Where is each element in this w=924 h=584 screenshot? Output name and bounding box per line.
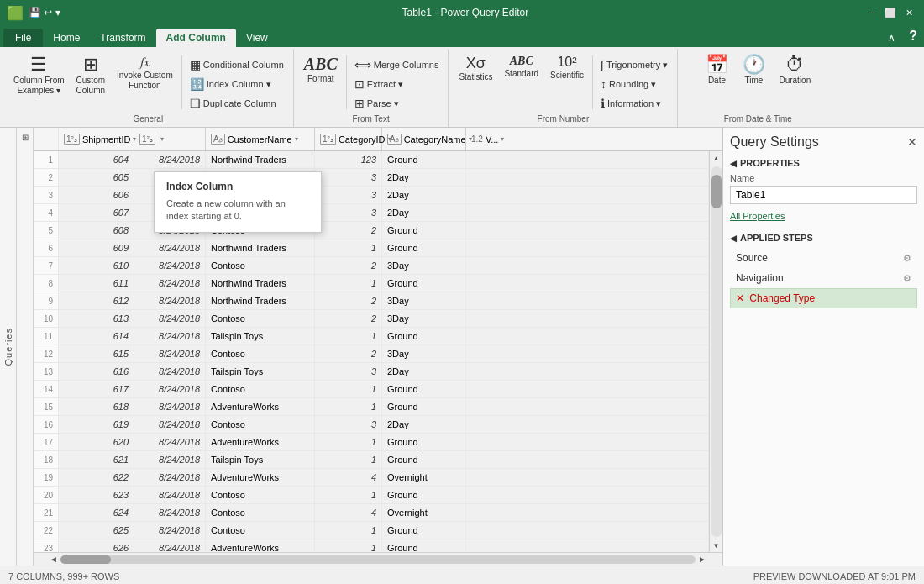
app-icon: 🟩 bbox=[7, 5, 24, 21]
table-row: 19 622 8/24/2018 AdventureWorks 4 Overni… bbox=[34, 469, 709, 487]
cell-date: 8/24/2018 bbox=[134, 539, 206, 552]
cell-date: 8/24/2018 bbox=[134, 345, 206, 362]
duplicate-column-button[interactable]: ❑ Duplicate Column bbox=[186, 94, 288, 113]
cell-shipmentid: 618 bbox=[59, 398, 134, 415]
cell-shipmentid: 604 bbox=[59, 151, 134, 168]
merge-columns-button[interactable]: ⟺ Merge Columns bbox=[350, 55, 444, 74]
statistics-button[interactable]: Xσ Statistics bbox=[454, 52, 497, 85]
error-icon: ✕ bbox=[736, 292, 744, 304]
cell-shipmentid: 619 bbox=[59, 416, 134, 433]
table-name-input[interactable] bbox=[730, 186, 917, 204]
scroll-right-button[interactable]: ► bbox=[696, 553, 709, 566]
cell-customer: Northwind Traders bbox=[206, 239, 315, 256]
customername-dropdown[interactable]: ▾ bbox=[295, 135, 298, 143]
date-type-icon: 1²₃ bbox=[139, 134, 155, 145]
trigonometry-button[interactable]: ∫ Trigonometry ▾ bbox=[596, 55, 672, 74]
information-button[interactable]: ℹ Information ▾ bbox=[596, 94, 672, 113]
cell-catname: 2Day bbox=[382, 363, 466, 380]
cell-catid: 2 bbox=[315, 310, 382, 327]
table-row: 21 624 8/24/2018 Contoso 4 Overnight bbox=[34, 504, 709, 522]
cell-catname: Ground bbox=[382, 151, 466, 168]
scientific-button[interactable]: 10² Scientific bbox=[545, 52, 589, 83]
all-properties-link[interactable]: All Properties bbox=[730, 211, 917, 221]
extract-button[interactable]: ⊡ Extract ▾ bbox=[350, 75, 444, 93]
tooltip-description: Create a new column with an index starti… bbox=[166, 197, 309, 224]
scroll-thumb[interactable] bbox=[711, 175, 722, 208]
properties-section-header[interactable]: ◀ PROPERTIES bbox=[730, 158, 917, 168]
applied-steps-header[interactable]: ◀ APPLIED STEPS bbox=[730, 233, 917, 243]
index-column-button[interactable]: 🔢 Index Column ▾ bbox=[186, 75, 288, 93]
cell-catid: 2 bbox=[315, 257, 382, 274]
restore-button[interactable]: ⬜ bbox=[882, 4, 899, 21]
cell-catid: 4 bbox=[315, 469, 382, 486]
step-navigation[interactable]: Navigation ⚙ bbox=[730, 268, 917, 288]
scroll-down-button[interactable]: ▼ bbox=[710, 539, 723, 552]
format-button[interactable]: ABC Format bbox=[299, 52, 343, 87]
scroll-left-button[interactable]: ◄ bbox=[47, 553, 60, 566]
vertical-scrollbar[interactable]: ▲ ▼ bbox=[709, 151, 722, 552]
cell-shipmentid: 624 bbox=[59, 504, 134, 521]
tab-home[interactable]: Home bbox=[43, 29, 90, 47]
cell-extra bbox=[466, 257, 709, 274]
minimize-button[interactable]: ─ bbox=[864, 4, 880, 21]
step-source[interactable]: Source ⚙ bbox=[730, 248, 917, 268]
standard-button[interactable]: ABC Standard bbox=[499, 52, 543, 82]
tab-view[interactable]: View bbox=[236, 29, 278, 47]
navigation-gear-icon[interactable]: ⚙ bbox=[903, 273, 911, 284]
extra-dropdown[interactable]: ▾ bbox=[501, 135, 504, 143]
rounding-button[interactable]: ↕ Rounding ▾ bbox=[596, 75, 672, 93]
cell-rownum: 1 bbox=[34, 151, 59, 168]
trigonometry-icon: ∫ bbox=[601, 58, 604, 71]
time-icon: 🕐 bbox=[743, 55, 765, 74]
cell-shipmentid: 620 bbox=[59, 434, 134, 450]
invoke-custom-function-button[interactable]: 𝑓𝑥 Invoke CustomFunction bbox=[112, 52, 178, 99]
time-button[interactable]: 🕐 Time bbox=[737, 52, 770, 88]
cell-catname: 3Day bbox=[382, 310, 466, 327]
invoke-function-icon: 𝑓𝑥 bbox=[140, 55, 150, 69]
custom-column-button[interactable]: ⊞ CustomColumn bbox=[71, 52, 110, 99]
source-gear-icon[interactable]: ⚙ bbox=[903, 253, 911, 264]
step-changed-type[interactable]: ✕ Changed Type bbox=[730, 288, 917, 308]
cell-shipmentid: 616 bbox=[59, 363, 134, 380]
col-header-extra[interactable]: 1.2 V... ▾ bbox=[466, 128, 722, 150]
cell-rownum: 11 bbox=[34, 328, 59, 345]
date-dropdown[interactable]: ▾ bbox=[160, 135, 164, 143]
scroll-up-button[interactable]: ▲ bbox=[710, 151, 723, 165]
parse-icon: ⊞ bbox=[354, 97, 365, 110]
query-settings-close-button[interactable]: ✕ bbox=[907, 135, 917, 149]
col-header-categoryname[interactable]: Aᵦ CategoryName ▾ bbox=[382, 128, 466, 150]
conditional-column-button[interactable]: ▦ Conditional Column bbox=[186, 55, 288, 74]
close-button[interactable]: ✕ bbox=[900, 4, 917, 21]
ribbon-group-fromtext: ABC Format ⟺ Merge Columns ⊡ Extract ▾ ⊞… bbox=[294, 49, 449, 127]
cell-catid: 3 bbox=[315, 169, 382, 186]
cell-extra bbox=[466, 328, 709, 345]
tab-file[interactable]: File bbox=[3, 29, 43, 47]
horizontal-scrollbar[interactable]: ◄ ► bbox=[34, 552, 722, 566]
cell-shipmentid: 608 bbox=[59, 222, 134, 239]
cell-date: 8/24/2018 bbox=[134, 257, 206, 274]
col-header-shipmentid[interactable]: 1²₃ ShipmentID ▾ bbox=[59, 128, 134, 150]
col-header-date[interactable]: 1²₃ ▾ bbox=[134, 128, 206, 150]
expand-icon[interactable]: ⊞ bbox=[22, 133, 29, 142]
cell-rownum: 10 bbox=[34, 310, 59, 327]
cell-extra bbox=[466, 398, 709, 415]
tab-transform[interactable]: Transform bbox=[90, 29, 155, 47]
column-from-examples-button[interactable]: ☰ Column FromExamples ▾ bbox=[8, 52, 70, 99]
cell-date: 8/24/2018 bbox=[134, 239, 206, 256]
tab-add-column[interactable]: Add Column bbox=[156, 29, 236, 47]
help-button[interactable]: ? bbox=[902, 25, 924, 47]
col-header-customername[interactable]: Aᵦ CustomerName ▾ bbox=[206, 128, 315, 150]
cell-extra bbox=[466, 239, 709, 256]
ribbon-tabs: File Home Transform Add Column View ∧ ? bbox=[0, 25, 924, 47]
cell-date: 8/24/2018 bbox=[134, 451, 206, 468]
col-header-categoryid[interactable]: 1²₃ CategoryID ▾ bbox=[315, 128, 382, 150]
parse-button[interactable]: ⊞ Parse ▾ bbox=[350, 94, 444, 113]
collapse-ribbon-button[interactable]: ∧ bbox=[881, 29, 902, 47]
cell-extra bbox=[466, 504, 709, 521]
cell-customer: Tailspin Toys bbox=[206, 328, 315, 345]
duration-button[interactable]: ⏱ Duration bbox=[774, 52, 816, 88]
cell-rownum: 21 bbox=[34, 504, 59, 521]
cell-catname: 3Day bbox=[382, 292, 466, 309]
h-scroll-thumb[interactable] bbox=[60, 555, 111, 564]
date-button[interactable]: 📅 Date bbox=[700, 52, 733, 88]
